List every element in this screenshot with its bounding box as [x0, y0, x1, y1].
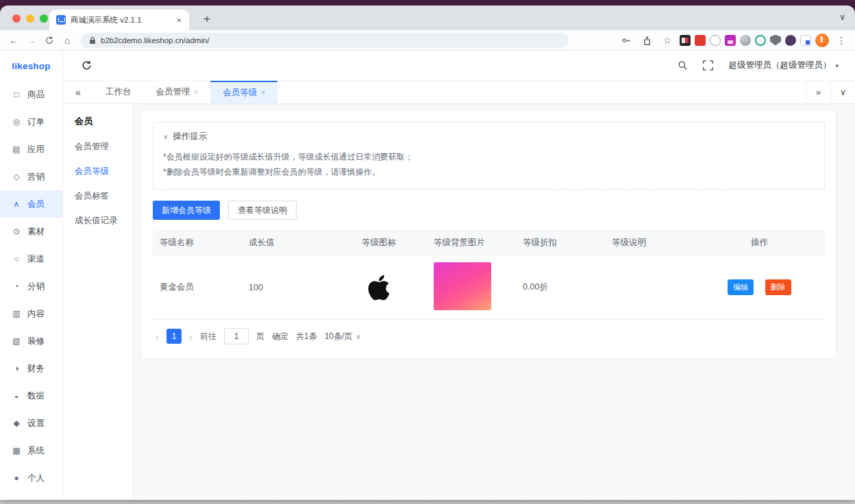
edit-button[interactable]: 编辑	[728, 279, 754, 295]
window-close-button[interactable]	[12, 14, 21, 23]
extension-green-ring-icon[interactable]	[755, 35, 766, 46]
profile-avatar[interactable]	[815, 34, 829, 47]
operation-tips-title: 操作提示	[173, 131, 207, 142]
sidebar-item-label: 订单	[27, 116, 45, 128]
decoration-icon: ▧	[12, 336, 21, 346]
sidebar-item-label: 内容	[27, 308, 45, 320]
sidebar-item-data[interactable]: ◒数据	[0, 382, 62, 410]
browser-menu-button[interactable]: ⋮	[833, 32, 850, 49]
page-tab-member-level[interactable]: 会员等级 ×	[210, 81, 277, 103]
submenu-item-member-tags[interactable]: 会员标签	[75, 190, 133, 202]
col-growth-value: 成长值	[242, 230, 331, 256]
extension-notes-icon[interactable]	[800, 35, 811, 46]
window-minimize-button[interactable]	[26, 14, 34, 23]
extension-circle-icon[interactable]	[710, 35, 721, 46]
distribution-icon: ◔	[12, 281, 21, 291]
browser-toolbar: ← → ⌂ b2b2cdemo.likeshop.cn/admin/ ☆	[0, 30, 855, 51]
members-icon: ∧	[12, 199, 21, 209]
page-number-button[interactable]: 1	[166, 329, 182, 344]
tips-line: *会员根据设定好的等级成长值升级，等级成长值通过日常消费获取；	[163, 151, 815, 164]
extension-red-icon[interactable]	[695, 35, 706, 46]
orders-icon: ◎	[12, 117, 21, 127]
sidebar-item-label: 营销	[27, 171, 45, 183]
extension-purple-icon[interactable]	[725, 35, 736, 46]
confirm-page-button[interactable]: 确定	[272, 331, 288, 342]
submenu-item-member-management[interactable]: 会员管理	[75, 141, 133, 153]
sidebar-item-marketing[interactable]: ◇营销	[0, 163, 62, 190]
browser-tab[interactable]: 商城演示系统 v2.1.1 ×	[49, 10, 189, 30]
sidebar-item-goods[interactable]: □商品	[0, 81, 62, 108]
admin-account-label: 超级管理员（超级管理员）	[728, 60, 831, 71]
tab-search-icon[interactable]: ∨	[839, 12, 845, 22]
sidebar-item-content[interactable]: ▥内容	[0, 300, 62, 327]
window-zoom-button[interactable]	[40, 14, 48, 23]
sidebar-item-system[interactable]: ▦系统	[0, 437, 62, 464]
sidebar-item-label: 分销	[27, 281, 45, 292]
sidebar-item-label: 装修	[27, 336, 45, 347]
address-bar[interactable]: b2b2cdemo.likeshop.cn/admin/	[81, 33, 569, 48]
personal-icon: ●	[12, 473, 21, 483]
submenu-item-growth-records[interactable]: 成长值记录	[75, 215, 133, 227]
level-background-image	[434, 262, 491, 310]
sidebar-item-label: 设置	[27, 418, 45, 429]
prev-page-icon[interactable]: ‹	[156, 331, 159, 342]
sidebar-item-distribution[interactable]: ◔分销	[0, 273, 62, 300]
admin-account-menu[interactable]: 超级管理员（超级管理员） ▾	[728, 60, 839, 71]
page-tab-label: 会员等级	[223, 87, 257, 99]
extension-screenshot-icon[interactable]	[680, 35, 691, 46]
col-actions: 操作	[694, 230, 825, 256]
home-button[interactable]: ⌂	[59, 32, 75, 49]
col-level-icon: 等级图标	[331, 230, 427, 256]
tab-options-icon[interactable]: ∨	[830, 81, 855, 103]
extension-shield-icon[interactable]	[770, 35, 781, 46]
collapse-tabs-icon[interactable]: «	[63, 81, 93, 103]
sidebar-item-label: 应用	[27, 144, 45, 155]
new-tab-button[interactable]: +	[199, 11, 215, 27]
fullscreen-button[interactable]	[703, 60, 713, 71]
bookmark-star-button[interactable]: ☆	[659, 32, 676, 49]
sidebar-item-personal[interactable]: ●个人	[0, 464, 62, 492]
refresh-page-button[interactable]	[78, 58, 95, 74]
sidebar-item-apps[interactable]: ▤应用	[0, 136, 62, 163]
submenu-item-member-level[interactable]: 会员等级	[75, 166, 133, 177]
page-size-label: 10条/页	[325, 331, 353, 342]
password-key-button[interactable]	[618, 32, 634, 49]
admin-header: 超级管理员（超级管理员） ▾	[63, 51, 855, 81]
more-tabs-icon[interactable]: »	[806, 81, 830, 103]
share-button[interactable]	[639, 32, 655, 49]
view-level-description-button[interactable]: 查看等级说明	[228, 201, 297, 220]
operation-tips-header[interactable]: ∨ 操作提示	[163, 131, 815, 142]
extension-paw-icon[interactable]	[785, 35, 796, 46]
delete-button[interactable]: 删除	[765, 279, 791, 295]
apple-logo-icon	[361, 270, 397, 305]
page-tab-label: 会员管理	[156, 86, 190, 98]
goto-page-input[interactable]	[224, 328, 249, 344]
sidebar-item-material[interactable]: ⊙素材	[0, 218, 62, 245]
tab-close-icon[interactable]: ×	[174, 15, 184, 25]
next-page-icon[interactable]: ›	[189, 331, 193, 342]
browser-tab-strip: 商城演示系统 v2.1.1 × + ∨	[0, 5, 855, 30]
sidebar-item-settings[interactable]: ◆设置	[0, 410, 62, 437]
reload-button[interactable]	[41, 32, 58, 49]
extension-globe-icon[interactable]	[740, 35, 751, 46]
page-tab-member-management[interactable]: 会员管理 ×	[144, 81, 211, 103]
sidebar-item-channels[interactable]: ○渠道	[0, 245, 62, 273]
sidebar-item-finance[interactable]: ◑财务	[0, 355, 62, 382]
page-tab-workbench[interactable]: 工作台	[93, 81, 144, 103]
forward-button[interactable]: →	[23, 32, 40, 49]
sidebar-item-members[interactable]: ∧会员	[0, 190, 62, 218]
sidebar-item-orders[interactable]: ◎订单	[0, 108, 62, 136]
tab-close-icon[interactable]: ×	[261, 89, 265, 97]
level-background-cell	[427, 255, 516, 320]
add-level-button[interactable]: 新增会员等级	[153, 201, 220, 220]
page-size-select[interactable]: 10条/页 ∨	[325, 331, 361, 342]
tab-close-icon[interactable]: ×	[195, 88, 199, 96]
tab-title: 商城演示系统 v2.1.1	[71, 15, 169, 25]
col-level-description: 等级说明	[605, 230, 694, 256]
global-search-button[interactable]	[678, 60, 688, 71]
reload-icon	[45, 36, 54, 45]
finance-icon: ◑	[12, 364, 21, 373]
actions-cell: 编辑 删除	[694, 255, 825, 320]
sidebar-item-decoration[interactable]: ▧装修	[0, 327, 62, 355]
back-button[interactable]: ←	[5, 32, 22, 49]
